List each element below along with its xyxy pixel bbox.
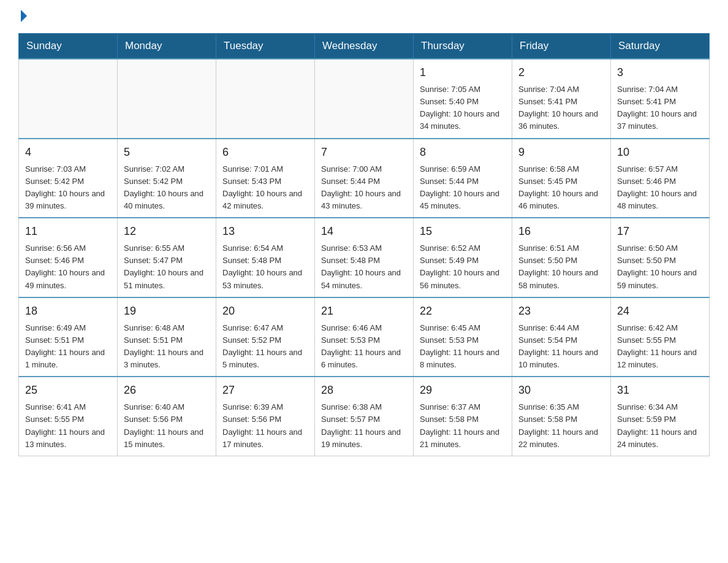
day-info: Sunrise: 6:52 AM Sunset: 5:49 PM Dayligh…	[420, 242, 506, 292]
day-number: 14	[321, 223, 407, 240]
day-info: Sunrise: 6:41 AM Sunset: 5:55 PM Dayligh…	[25, 401, 111, 451]
calendar-cell: 12Sunrise: 6:55 AM Sunset: 5:47 PM Dayli…	[118, 218, 216, 297]
day-info: Sunrise: 6:51 AM Sunset: 5:50 PM Dayligh…	[518, 242, 604, 292]
day-info: Sunrise: 6:34 AM Sunset: 5:59 PM Dayligh…	[617, 401, 703, 451]
day-info: Sunrise: 7:02 AM Sunset: 5:42 PM Dayligh…	[124, 163, 210, 213]
day-info: Sunrise: 6:38 AM Sunset: 5:57 PM Dayligh…	[321, 401, 407, 451]
day-info: Sunrise: 6:42 AM Sunset: 5:55 PM Dayligh…	[617, 322, 703, 372]
day-info: Sunrise: 7:04 AM Sunset: 5:41 PM Dayligh…	[617, 83, 703, 133]
day-number: 16	[518, 223, 604, 240]
day-number: 29	[420, 382, 506, 399]
calendar-cell: 8Sunrise: 6:59 AM Sunset: 5:44 PM Daylig…	[414, 139, 512, 218]
day-info: Sunrise: 6:48 AM Sunset: 5:51 PM Dayligh…	[124, 322, 210, 372]
day-info: Sunrise: 6:53 AM Sunset: 5:48 PM Dayligh…	[321, 242, 407, 292]
day-number: 21	[321, 303, 407, 320]
day-info: Sunrise: 6:57 AM Sunset: 5:46 PM Dayligh…	[617, 163, 703, 213]
day-number: 6	[222, 144, 308, 161]
day-number: 5	[124, 144, 210, 161]
day-number: 22	[420, 303, 506, 320]
day-header-thursday: Thursday	[414, 34, 512, 59]
calendar-cell: 2Sunrise: 7:04 AM Sunset: 5:41 PM Daylig…	[512, 59, 611, 139]
calendar-cell: 14Sunrise: 6:53 AM Sunset: 5:48 PM Dayli…	[315, 218, 414, 297]
calendar-cell: 1Sunrise: 7:05 AM Sunset: 5:40 PM Daylig…	[414, 59, 512, 139]
calendar-header-row: SundayMondayTuesdayWednesdayThursdayFrid…	[19, 34, 710, 59]
calendar-cell: 18Sunrise: 6:49 AM Sunset: 5:51 PM Dayli…	[19, 297, 118, 377]
day-info: Sunrise: 6:35 AM Sunset: 5:58 PM Dayligh…	[518, 401, 604, 451]
week-row-5: 25Sunrise: 6:41 AM Sunset: 5:55 PM Dayli…	[19, 377, 710, 456]
calendar-cell: 21Sunrise: 6:46 AM Sunset: 5:53 PM Dayli…	[315, 297, 414, 377]
calendar-cell	[216, 59, 315, 139]
calendar-cell: 24Sunrise: 6:42 AM Sunset: 5:55 PM Dayli…	[611, 297, 710, 377]
calendar-cell: 28Sunrise: 6:38 AM Sunset: 5:57 PM Dayli…	[315, 377, 414, 456]
day-number: 11	[25, 223, 111, 240]
week-row-2: 4Sunrise: 7:03 AM Sunset: 5:42 PM Daylig…	[19, 139, 710, 218]
calendar-cell: 29Sunrise: 6:37 AM Sunset: 5:58 PM Dayli…	[414, 377, 512, 456]
day-info: Sunrise: 6:56 AM Sunset: 5:46 PM Dayligh…	[25, 242, 111, 292]
day-number: 1	[420, 64, 506, 81]
week-row-1: 1Sunrise: 7:05 AM Sunset: 5:40 PM Daylig…	[19, 59, 710, 139]
calendar-cell: 27Sunrise: 6:39 AM Sunset: 5:56 PM Dayli…	[216, 377, 315, 456]
day-header-wednesday: Wednesday	[315, 34, 414, 59]
calendar-cell: 4Sunrise: 7:03 AM Sunset: 5:42 PM Daylig…	[19, 139, 118, 218]
day-info: Sunrise: 6:39 AM Sunset: 5:56 PM Dayligh…	[222, 401, 308, 451]
day-number: 23	[518, 303, 604, 320]
day-number: 10	[617, 144, 703, 161]
day-number: 30	[518, 382, 604, 399]
header	[18, 12, 710, 22]
day-info: Sunrise: 6:58 AM Sunset: 5:45 PM Dayligh…	[518, 163, 604, 213]
day-number: 15	[420, 223, 506, 240]
calendar-cell	[19, 59, 118, 139]
week-row-4: 18Sunrise: 6:49 AM Sunset: 5:51 PM Dayli…	[19, 297, 710, 377]
logo-triangle-icon	[21, 10, 27, 22]
day-info: Sunrise: 7:01 AM Sunset: 5:43 PM Dayligh…	[222, 163, 308, 213]
calendar-cell: 16Sunrise: 6:51 AM Sunset: 5:50 PM Dayli…	[512, 218, 611, 297]
day-number: 7	[321, 144, 407, 161]
day-number: 28	[321, 382, 407, 399]
calendar-cell	[315, 59, 414, 139]
day-number: 4	[25, 144, 111, 161]
day-number: 18	[25, 303, 111, 320]
day-header-saturday: Saturday	[611, 34, 710, 59]
calendar-cell: 31Sunrise: 6:34 AM Sunset: 5:59 PM Dayli…	[611, 377, 710, 456]
day-info: Sunrise: 6:45 AM Sunset: 5:53 PM Dayligh…	[420, 322, 506, 372]
day-info: Sunrise: 7:05 AM Sunset: 5:40 PM Dayligh…	[420, 83, 506, 133]
day-header-friday: Friday	[512, 34, 611, 59]
calendar-cell: 7Sunrise: 7:00 AM Sunset: 5:44 PM Daylig…	[315, 139, 414, 218]
day-number: 9	[518, 144, 604, 161]
week-row-3: 11Sunrise: 6:56 AM Sunset: 5:46 PM Dayli…	[19, 218, 710, 297]
day-info: Sunrise: 6:55 AM Sunset: 5:47 PM Dayligh…	[124, 242, 210, 292]
logo	[18, 12, 27, 22]
calendar-cell: 19Sunrise: 6:48 AM Sunset: 5:51 PM Dayli…	[118, 297, 216, 377]
day-number: 25	[25, 382, 111, 399]
calendar-cell: 3Sunrise: 7:04 AM Sunset: 5:41 PM Daylig…	[611, 59, 710, 139]
calendar-cell: 20Sunrise: 6:47 AM Sunset: 5:52 PM Dayli…	[216, 297, 315, 377]
calendar-cell	[118, 59, 216, 139]
day-info: Sunrise: 6:49 AM Sunset: 5:51 PM Dayligh…	[25, 322, 111, 372]
calendar-cell: 11Sunrise: 6:56 AM Sunset: 5:46 PM Dayli…	[19, 218, 118, 297]
day-header-tuesday: Tuesday	[216, 34, 315, 59]
day-info: Sunrise: 7:03 AM Sunset: 5:42 PM Dayligh…	[25, 163, 111, 213]
calendar-cell: 6Sunrise: 7:01 AM Sunset: 5:43 PM Daylig…	[216, 139, 315, 218]
day-number: 31	[617, 382, 703, 399]
day-number: 20	[222, 303, 308, 320]
calendar-cell: 26Sunrise: 6:40 AM Sunset: 5:56 PM Dayli…	[118, 377, 216, 456]
day-number: 8	[420, 144, 506, 161]
day-number: 24	[617, 303, 703, 320]
day-header-sunday: Sunday	[19, 34, 118, 59]
day-number: 27	[222, 382, 308, 399]
calendar-cell: 23Sunrise: 6:44 AM Sunset: 5:54 PM Dayli…	[512, 297, 611, 377]
calendar-cell: 30Sunrise: 6:35 AM Sunset: 5:58 PM Dayli…	[512, 377, 611, 456]
day-info: Sunrise: 6:54 AM Sunset: 5:48 PM Dayligh…	[222, 242, 308, 292]
day-info: Sunrise: 6:47 AM Sunset: 5:52 PM Dayligh…	[222, 322, 308, 372]
calendar-cell: 25Sunrise: 6:41 AM Sunset: 5:55 PM Dayli…	[19, 377, 118, 456]
day-number: 3	[617, 64, 703, 81]
calendar-table: SundayMondayTuesdayWednesdayThursdayFrid…	[18, 33, 710, 456]
day-number: 2	[518, 64, 604, 81]
day-number: 19	[124, 303, 210, 320]
calendar-cell: 22Sunrise: 6:45 AM Sunset: 5:53 PM Dayli…	[414, 297, 512, 377]
day-info: Sunrise: 6:59 AM Sunset: 5:44 PM Dayligh…	[420, 163, 506, 213]
day-info: Sunrise: 6:44 AM Sunset: 5:54 PM Dayligh…	[518, 322, 604, 372]
day-info: Sunrise: 6:46 AM Sunset: 5:53 PM Dayligh…	[321, 322, 407, 372]
day-info: Sunrise: 6:50 AM Sunset: 5:50 PM Dayligh…	[617, 242, 703, 292]
day-number: 13	[222, 223, 308, 240]
